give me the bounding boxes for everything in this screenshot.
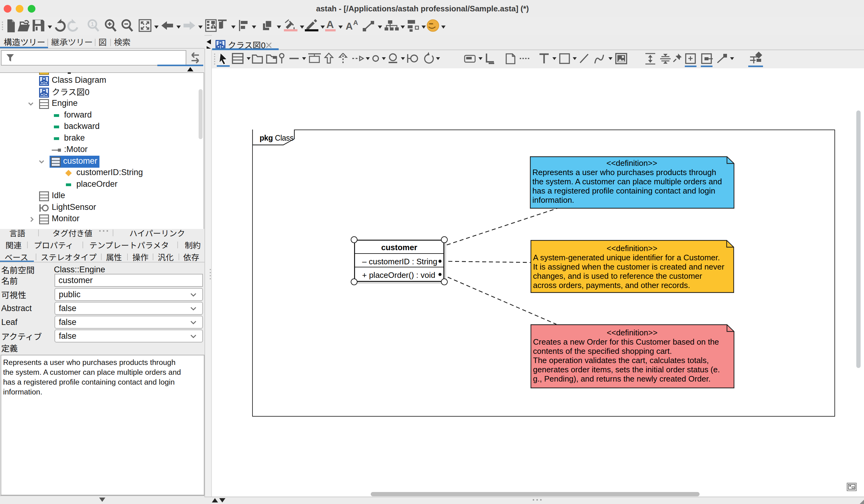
svg-text:A: A (346, 21, 352, 32)
svg-text:A: A (326, 19, 334, 30)
svg-text:1: 1 (91, 21, 94, 27)
svg-text:A: A (353, 19, 358, 26)
